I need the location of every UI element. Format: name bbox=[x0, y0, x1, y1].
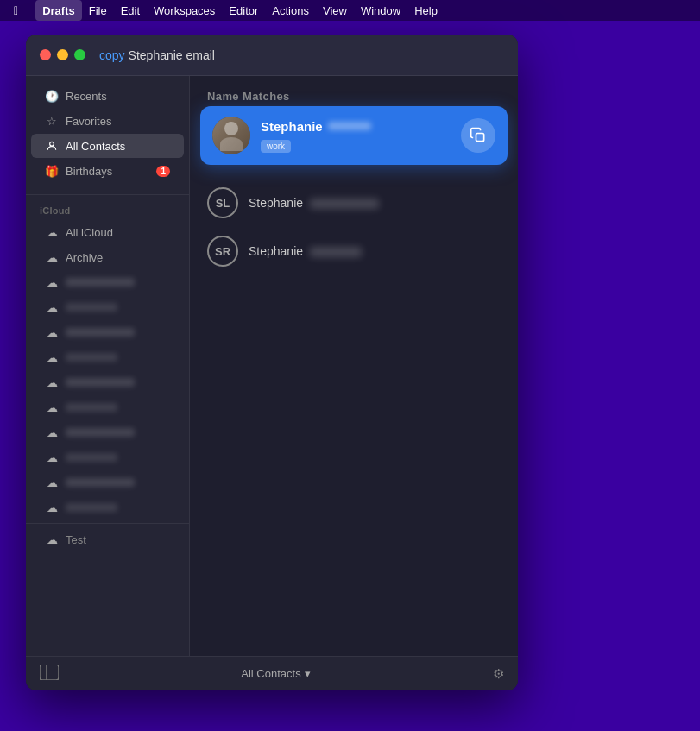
sidebar-item-blurred-6[interactable]: ☁ bbox=[31, 395, 184, 419]
menu-help[interactable]: Help bbox=[407, 0, 445, 21]
traffic-lights bbox=[40, 49, 85, 60]
minimize-button[interactable] bbox=[57, 49, 68, 60]
blurred-label-1 bbox=[66, 278, 135, 287]
sidebar-item-recents[interactable]: 🕐 Recents bbox=[31, 84, 184, 108]
sidebar-item-blurred-2[interactable]: ☁ bbox=[31, 295, 184, 319]
sidebar-toggle-icon bbox=[40, 665, 59, 680]
title-bar: copy Stephanie email bbox=[26, 35, 518, 76]
birthdays-icon: 🎁 bbox=[45, 164, 59, 178]
sidebar-item-blurred-10[interactable]: ☁ bbox=[31, 495, 184, 520]
sidebar-label-archive: Archive bbox=[66, 251, 103, 264]
sidebar-item-favorites[interactable]: ☆ Favorites bbox=[31, 109, 184, 133]
sidebar-item-blurred-8[interactable]: ☁ bbox=[31, 445, 184, 469]
cloud-icon-5: ☁ bbox=[45, 375, 59, 389]
highlighted-contact-name: Stephanie bbox=[261, 119, 451, 134]
all-icloud-icon: ☁ bbox=[45, 225, 59, 239]
sidebar-item-test[interactable]: ☁ Test bbox=[31, 527, 184, 551]
test-icon: ☁ bbox=[45, 532, 59, 546]
sidebar-item-blurred-5[interactable]: ☁ bbox=[31, 370, 184, 394]
blurred-label-6 bbox=[66, 403, 117, 412]
bottom-bar: All Contacts ▾ ⚙ bbox=[26, 656, 518, 690]
cloud-icon-2: ☁ bbox=[45, 300, 59, 314]
menu-edit[interactable]: Edit bbox=[114, 0, 147, 21]
menu-drafts[interactable]: Drafts bbox=[35, 0, 82, 21]
blurred-label-9 bbox=[66, 478, 135, 487]
sidebar-item-all-contacts[interactable]: All Contacts bbox=[31, 134, 184, 158]
window-title: copy Stephanie email bbox=[99, 48, 215, 62]
sidebar-scroll[interactable]: 🕐 Recents ☆ Favorites bbox=[26, 76, 189, 656]
blurred-label-7 bbox=[66, 428, 135, 437]
sidebar-item-blurred-3[interactable]: ☁ bbox=[31, 320, 184, 344]
work-badge: work bbox=[261, 140, 291, 153]
cloud-icon-1: ☁ bbox=[45, 275, 59, 289]
sidebar-item-archive[interactable]: ☁ Archive bbox=[31, 245, 184, 269]
bottom-bar-label[interactable]: All Contacts ▾ bbox=[241, 667, 310, 680]
svg-point-0 bbox=[50, 142, 54, 146]
sidebar-item-birthdays[interactable]: 🎁 Birthdays 1 bbox=[31, 159, 184, 183]
archive-icon: ☁ bbox=[45, 250, 59, 264]
section-title: Name Matches bbox=[207, 90, 501, 103]
apple-menu[interactable]:  bbox=[7, 0, 25, 21]
cloud-icon-10: ☁ bbox=[45, 501, 59, 514]
sidebar-top-section: 🕐 Recents ☆ Favorites bbox=[26, 76, 189, 191]
highlighted-name-blurred bbox=[328, 122, 371, 130]
contact-name-sl: Stephanie bbox=[249, 196, 379, 210]
icloud-group-label: iCloud bbox=[26, 199, 189, 219]
title-copy-label: copy bbox=[99, 48, 125, 62]
contact-name-sr: Stephanie bbox=[249, 244, 362, 258]
highlighted-contact-row[interactable]: Stephanie work bbox=[200, 106, 508, 165]
copy-contact-button[interactable] bbox=[461, 118, 495, 153]
sidebar-item-blurred-9[interactable]: ☁ bbox=[31, 470, 184, 495]
settings-button[interactable]: ⚙ bbox=[493, 666, 504, 682]
sidebar-label-favorites: Favorites bbox=[66, 115, 111, 128]
cloud-icon-7: ☁ bbox=[45, 425, 59, 439]
contact-list[interactable]: SL Stephanie SR Stephanie bbox=[190, 110, 518, 656]
avatar-person-image bbox=[212, 117, 250, 154]
sidebar-item-blurred-7[interactable]: ☁ bbox=[31, 420, 184, 444]
cloud-icon-3: ☁ bbox=[45, 325, 59, 339]
title-text: Stephanie email bbox=[129, 48, 215, 62]
sidebar-toggle-button[interactable] bbox=[40, 665, 59, 684]
name-blurred-sr bbox=[310, 247, 362, 257]
menu-bar:  Drafts File Edit Workspaces Editor Act… bbox=[0, 0, 700, 21]
svg-rect-2 bbox=[40, 665, 59, 680]
contact-row-sl[interactable]: SL Stephanie bbox=[200, 179, 508, 227]
sidebar-item-blurred-4[interactable]: ☁ bbox=[31, 345, 184, 369]
avatar-sr: SR bbox=[207, 236, 238, 267]
blurred-label-10 bbox=[66, 503, 117, 512]
highlighted-avatar bbox=[212, 117, 250, 154]
menu-editor[interactable]: Editor bbox=[222, 0, 265, 21]
blurred-label-3 bbox=[66, 328, 135, 337]
cloud-icon-8: ☁ bbox=[45, 451, 59, 464]
menu-window[interactable]: Window bbox=[354, 0, 407, 21]
blurred-label-4 bbox=[66, 353, 117, 362]
menu-workspaces[interactable]: Workspaces bbox=[147, 0, 222, 21]
highlighted-info: Stephanie work bbox=[261, 119, 451, 153]
close-button[interactable] bbox=[40, 49, 51, 60]
app-body: 🕐 Recents ☆ Favorites bbox=[26, 76, 518, 656]
cloud-icon-4: ☁ bbox=[45, 350, 59, 364]
sidebar-divider-1 bbox=[26, 194, 189, 195]
app-window: copy Stephanie email 🕐 Recents ☆ Favorit… bbox=[26, 35, 518, 690]
maximize-button[interactable] bbox=[74, 49, 85, 60]
copy-icon bbox=[470, 127, 487, 144]
birthdays-badge: 1 bbox=[156, 166, 170, 177]
all-contacts-icon bbox=[45, 139, 59, 153]
recents-icon: 🕐 bbox=[45, 89, 59, 103]
sidebar-divider-2 bbox=[26, 523, 189, 524]
sidebar-label-birthdays: Birthdays bbox=[66, 165, 112, 178]
menu-file[interactable]: File bbox=[82, 0, 114, 21]
content-header: Name Matches bbox=[190, 76, 518, 110]
sidebar-label-all-contacts: All Contacts bbox=[66, 140, 125, 153]
contact-row-sr[interactable]: SR Stephanie bbox=[200, 227, 508, 275]
blurred-label-5 bbox=[66, 378, 135, 387]
sidebar-label-all-icloud: All iCloud bbox=[66, 226, 113, 239]
menu-actions[interactable]: Actions bbox=[265, 0, 316, 21]
avatar-sl: SL bbox=[207, 187, 238, 218]
sidebar-item-all-icloud[interactable]: ☁ All iCloud bbox=[31, 220, 184, 244]
cloud-icon-9: ☁ bbox=[45, 476, 59, 489]
menu-view[interactable]: View bbox=[316, 0, 354, 21]
sidebar-item-blurred-1[interactable]: ☁ bbox=[31, 270, 184, 294]
sidebar: 🕐 Recents ☆ Favorites bbox=[26, 76, 190, 656]
name-blurred-sl bbox=[310, 199, 379, 209]
